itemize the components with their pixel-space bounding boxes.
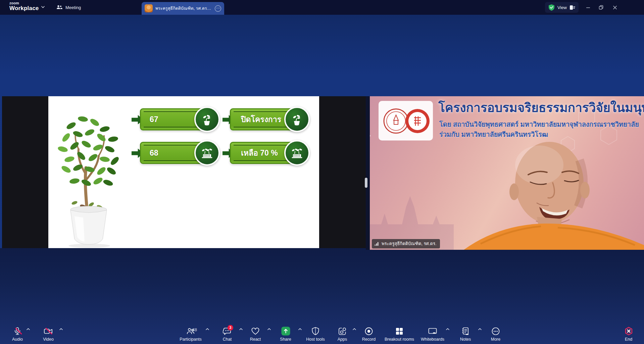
mic-muted-icon [13,327,21,336]
more-button[interactable]: More [474,326,517,342]
title-bar: zoom Workplace Meeting พระครูสุธีกิตติบั… [0,0,644,15]
participants-count: 48 [192,328,197,332]
tab-shared-screen[interactable]: พระครูสุธีกิตติบัณฑิต, รศ.ดร.'s screen ⋯ [142,2,224,15]
share-icon [281,327,290,336]
meeting-toolbar: Audio Video [0,325,644,344]
more-icon [491,327,500,336]
close-icon[interactable] [610,3,620,12]
pane-resize-handle[interactable] [365,178,367,188]
potted-plant-icon [194,107,220,132]
breakout-rooms-icon [395,327,403,335]
pane-gap [366,96,370,250]
video-banner-line3: ร่วมกับ มหาวิทยาลัยศรีนครินทรวิโรฒ [439,129,641,140]
end-button[interactable]: End [607,326,644,342]
apps-icon [338,327,347,336]
video-button[interactable]: Video [27,326,70,342]
meeting-people-icon [56,5,62,10]
chat-badge: 3 [228,325,233,331]
seedling-tray-icon [194,140,220,166]
tab-options-icon[interactable]: ⋯ [215,5,221,12]
view-button[interactable]: View [557,5,567,10]
organizer-logos [379,101,433,140]
zoom-workplace-window: 67 ปิดโครงการ [0,0,644,344]
view-layout-icon[interactable] [569,5,575,10]
avatar [145,4,153,12]
host-tools-shield-icon [311,327,319,336]
minimize-button[interactable] [583,3,593,12]
security-view-pill: View [545,2,579,13]
react-heart-icon [251,327,260,335]
record-icon [364,327,373,336]
monk-figure [464,142,644,250]
whiteboards-icon [428,327,437,335]
notes-icon [461,327,469,336]
speaker-video-tile: โครงการอบรมจริยธรรมการวิจัยในมนุษย์ โดย … [370,96,644,250]
tab-meeting[interactable]: Meeting [56,0,81,15]
zoom-workplace-logo: zoom Workplace [9,1,39,12]
audio-level-icon [375,241,379,246]
video-options-chevron[interactable] [59,328,63,331]
shared-screen-letterbox-left [2,96,48,248]
speaker-name-tag: พระครูสุธีกิตติบัณฑิต, รศ.ดร. [372,239,440,248]
shared-screen-letterbox-right [319,96,366,248]
video-banner-title: โครงการอบรมจริยธรรมการวิจัยในมนุษย์ [438,100,640,116]
step-value: 68 [141,149,158,158]
maximize-button[interactable] [596,3,606,12]
video-banner-line2: โดย สถาบันวิจัยพุทธศาสตร์ มหาวิทยาลัยมหา… [439,119,641,130]
jade-plant-image [51,102,130,248]
shield-check-icon[interactable] [548,4,555,11]
speaker-name: พระครูสุธีกิตติบัณฑิต, รศ.ดร. [382,240,437,247]
chevron-down-icon[interactable] [41,6,45,8]
potted-plant-icon [284,107,310,132]
share-tab-label: พระครูสุธีกิตติบัณฑิต, รศ.ดร.'s screen [155,5,212,12]
seedling-tray-icon [284,140,310,166]
step-value: 67 [141,115,158,124]
shared-slide: 67 ปิดโครงการ [48,96,319,248]
meeting-tab-label: Meeting [65,5,81,10]
end-icon [624,327,633,336]
step-result: เหลือ 70 % [231,147,278,159]
step-result: ปิดโครงการ [231,113,281,125]
